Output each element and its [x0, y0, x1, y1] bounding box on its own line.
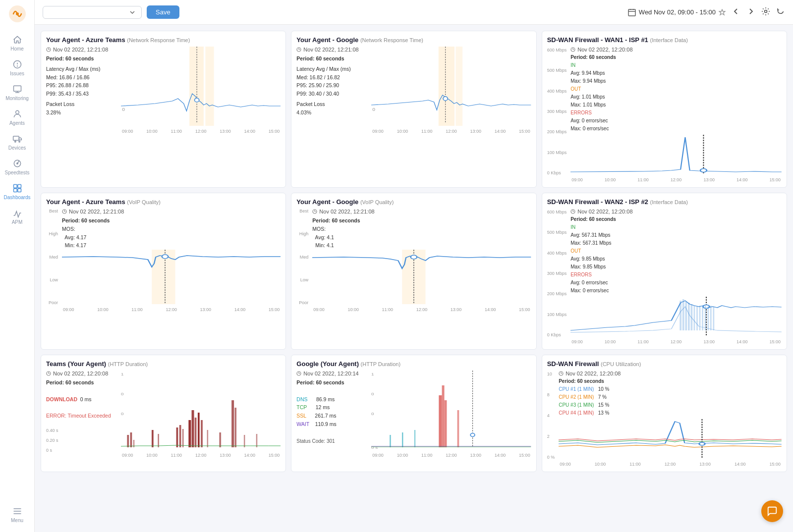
svg-text:0: 0 — [121, 412, 124, 416]
chart-google-voip: Your Agent - Google (VoIP Quality) Best … — [291, 193, 536, 350]
prev-button[interactable] — [732, 7, 740, 17]
svg-rect-81 — [130, 432, 132, 447]
x-axis: 09:0010:0011:0012:0013:0014:0015:00 — [371, 453, 531, 458]
chart-title: Your Agent - Google (VoIP Quality) — [296, 198, 531, 206]
chart-info: Nov 02 2022, 12:21:08 Period: 60 seconds… — [46, 47, 118, 134]
svg-rect-92 — [201, 420, 203, 447]
svg-rect-108 — [445, 400, 447, 447]
svg-rect-96 — [234, 408, 236, 447]
svg-rect-83 — [152, 430, 154, 447]
sidebar-item-issues[interactable]: Issues — [0, 55, 34, 80]
calendar-icon — [628, 8, 636, 16]
sidebar-item-agents[interactable]: Agents — [0, 105, 34, 130]
svg-rect-82 — [133, 440, 134, 447]
chart-sdwan-wan2: SD-WAN Firewall - WAN2 - ISP #2 (Interfa… — [542, 193, 787, 350]
chart-title: Your Agent - Azure Teams (Network Respon… — [46, 36, 281, 44]
sidebar-menu[interactable]: Menu — [0, 502, 34, 527]
chart-svg-area: 0 09:0010:0011:0012:0013:0014:0015:00 — [121, 47, 281, 134]
svg-rect-97 — [244, 435, 245, 447]
chart-google-nrt: Your Agent - Google (Network Response Ti… — [291, 31, 536, 188]
x-axis: 09:0010:0011:0012:0013:0014:0015:00 — [121, 453, 281, 458]
chart-title: SD-WAN Firewall - WAN1 - ISP #1 (Interfa… — [547, 36, 782, 44]
sidebar-item-label: Speedtests — [4, 170, 29, 175]
chart-azure-teams-nrt: Your Agent - Azure Teams (Network Respon… — [41, 31, 286, 188]
sidebar-item-monitoring[interactable]: Monitoring — [0, 80, 34, 105]
sidebar-item-label: Monitoring — [5, 96, 29, 101]
sidebar-logo[interactable] — [8, 5, 26, 25]
svg-point-55 — [411, 255, 417, 259]
svg-rect-12 — [17, 185, 21, 188]
svg-rect-109 — [457, 410, 459, 447]
chevron-down-icon — [129, 9, 135, 15]
svg-text:0 s: 0 s — [371, 445, 378, 450]
main-content: Save Wed Nov 02, 09:00 - 15:00 — [35, 0, 793, 532]
sidebar-item-speedtests[interactable]: Speedtests — [0, 155, 34, 179]
chart-info: Nov 02 2022, 12:20:08 Period: 60 seconds… — [46, 371, 118, 458]
svg-point-120 — [699, 442, 705, 445]
next-button[interactable] — [746, 7, 755, 17]
svg-rect-18 — [628, 9, 635, 16]
settings-button[interactable] — [761, 7, 770, 17]
svg-text:1: 1 — [371, 372, 374, 376]
menu-label: Menu — [11, 518, 23, 523]
svg-rect-94 — [219, 432, 221, 447]
svg-rect-27 — [205, 47, 214, 126]
svg-rect-14 — [17, 189, 21, 192]
topbar-right: Wed Nov 02, 09:00 - 15:00 — [628, 7, 785, 17]
date-range-text: Wed Nov 02, 09:00 - 15:00 — [639, 8, 716, 16]
sidebar-item-label: APM — [12, 219, 23, 225]
svg-point-49 — [162, 255, 169, 259]
chart-svg-area: 0 09:0010:0011:0012:0013:0014:0015:00 — [371, 47, 531, 134]
svg-rect-106 — [439, 395, 442, 447]
svg-rect-84 — [158, 434, 159, 447]
chart-title: Your Agent - Google (Network Response Ti… — [296, 36, 531, 44]
svg-rect-112 — [414, 430, 415, 447]
svg-rect-87 — [182, 429, 183, 447]
chart-title: Teams (Your Agent) (HTTP Duration) — [46, 360, 281, 368]
chart-google-http: Google (Your Agent) (HTTP Duration) Nov … — [291, 355, 536, 472]
sidebar-item-label: Home — [10, 46, 24, 52]
sidebar: Home Issues Monitoring Agents Devices Sp… — [0, 0, 35, 532]
svg-point-29 — [195, 98, 199, 102]
sidebar-item-label: Issues — [10, 71, 24, 76]
refresh-button[interactable] — [776, 7, 785, 17]
chart-title: SD-WAN Firewall - WAN2 - ISP #2 (Interfa… — [547, 198, 782, 206]
sidebar-item-dashboards[interactable]: Dashboards — [0, 179, 34, 204]
sidebar-item-devices[interactable]: Devices — [0, 130, 34, 155]
sidebar-item-label: Dashboards — [4, 195, 31, 200]
x-axis: 09:0010:0011:0012:0013:0014:0015:00 — [62, 307, 281, 312]
svg-point-9 — [18, 141, 20, 143]
svg-rect-80 — [127, 435, 129, 447]
chat-button[interactable] — [761, 500, 783, 522]
dashboard-grid: Your Agent - Azure Teams (Network Respon… — [35, 25, 793, 532]
date-range: Wed Nov 02, 09:00 - 15:00 — [628, 8, 726, 16]
svg-rect-11 — [13, 185, 17, 188]
x-axis: 09:0010:0011:0012:0013:0014:0015:00 — [312, 307, 531, 312]
svg-point-4 — [17, 66, 17, 66]
chart-svg-area: 1 0 0 — [121, 371, 281, 458]
svg-rect-110 — [390, 435, 391, 447]
sidebar-item-label: Agents — [9, 120, 25, 126]
x-axis: 09:0010:0011:0012:0013:0014:0015:00 — [121, 129, 281, 134]
svg-point-43 — [700, 169, 707, 172]
sidebar-item-home[interactable]: Home — [0, 31, 34, 55]
svg-point-37 — [443, 97, 448, 101]
save-button[interactable]: Save — [147, 5, 179, 19]
chart-teams-http: Teams (Your Agent) (HTTP Duration) Nov 0… — [41, 355, 286, 472]
svg-rect-90 — [195, 418, 197, 447]
chat-icon — [767, 506, 778, 517]
svg-rect-95 — [231, 400, 234, 447]
chart-title: SD-WAN Firewall (CPU Utilization) — [547, 360, 782, 368]
dashboard-select[interactable] — [43, 6, 142, 19]
x-axis: 09:0010:0011:0012:0013:0014:0015:00 — [570, 177, 782, 182]
x-axis: 09:0010:0011:0012:0013:0014:0015:00 — [570, 339, 782, 344]
sidebar-item-label: Devices — [8, 145, 26, 151]
svg-point-8 — [14, 141, 16, 143]
svg-rect-111 — [402, 432, 403, 447]
svg-rect-88 — [188, 420, 191, 447]
svg-rect-98 — [256, 434, 257, 447]
sidebar-item-apm[interactable]: APM — [0, 204, 34, 229]
svg-rect-107 — [442, 385, 445, 447]
chart-sdwan-cpu: SD-WAN Firewall (CPU Utilization) 10 8 4… — [542, 355, 787, 472]
chart-sdwan-wan1: SD-WAN Firewall - WAN1 - ISP #1 (Interfa… — [542, 31, 787, 188]
